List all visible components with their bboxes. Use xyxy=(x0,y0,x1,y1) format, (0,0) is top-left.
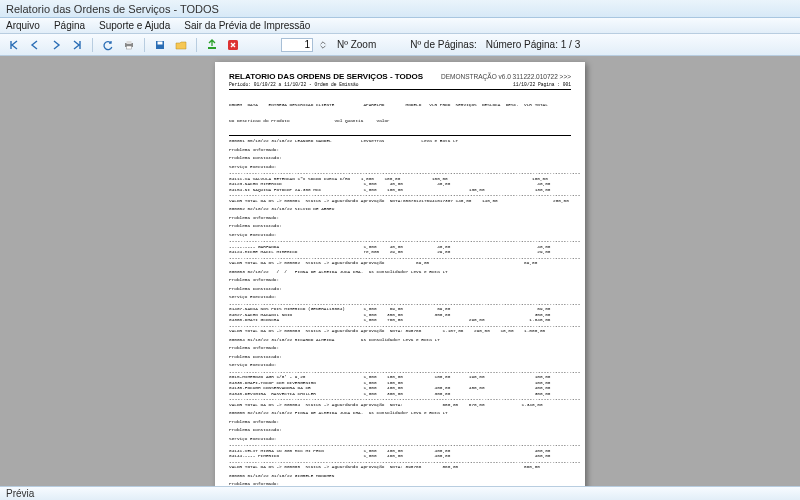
report-page: RELATORIO DAS ORDENS DE SERVIÇOS - TODOS… xyxy=(215,62,585,486)
label-problema-constatado: Problema Constatado: xyxy=(229,286,571,292)
menu-arquivo[interactable]: Arquivo xyxy=(6,20,40,31)
item-line: 0015-MIMEROZO AGR 1/8' - 9,20 1,000 180,… xyxy=(229,374,571,380)
toolbar-separator xyxy=(144,38,145,52)
svg-rect-1 xyxy=(127,41,132,44)
export-button[interactable] xyxy=(204,37,220,53)
toolbar-separator xyxy=(196,38,197,52)
label-problema-constatado: Problema Constatado: xyxy=(229,354,571,360)
status-text: Prévia xyxy=(6,488,34,499)
first-page-button[interactable] xyxy=(6,37,22,53)
save-button[interactable] xyxy=(152,37,168,53)
separator-line: ----------------------------------------… xyxy=(229,396,571,402)
svg-rect-5 xyxy=(208,47,216,49)
item-line: 01407-NADIA NOS POIS MIMERICO (GENERAL15… xyxy=(229,306,571,312)
item-line: 04135-FOCUGH CONSERVADORA DA CB 1,000 40… xyxy=(229,385,571,391)
order-header: 000005 02/10/22 31/10/22 FIONA DE ALMEID… xyxy=(229,410,571,416)
menubar: Arquivo Página Suporte e Ajuda Sair da P… xyxy=(0,18,800,34)
label-servico-executado: Serviço Executado: xyxy=(229,294,571,300)
print-button[interactable] xyxy=(121,37,137,53)
menu-sair[interactable]: Sair da Prévia de Impressão xyxy=(184,20,310,31)
menu-pagina[interactable]: Página xyxy=(54,20,85,31)
svg-rect-4 xyxy=(158,41,163,44)
label-servico-executado: Serviço Executado: xyxy=(229,436,571,442)
window-titlebar: Relatorio das Ordens de Serviços - TODOS xyxy=(0,0,800,18)
report-columns: ORDEM DATA ENTREGA DESCRICAO CLIENTE APA… xyxy=(229,91,571,137)
label-servico-executado: Serviço Executado: xyxy=(229,362,571,368)
separator-line: ----------------------------------------… xyxy=(229,238,571,244)
separator-line: ----------------------------------------… xyxy=(229,442,571,448)
order-total: VALOR TOTAL DA OS -> 000003 Status -> Ag… xyxy=(229,328,571,334)
order-header: 000001 05/10/22 31/10/22 LEANDRO NADDEL … xyxy=(229,138,571,144)
label-servico-executado: Serviço Executado: xyxy=(229,164,571,170)
order-total: VALOR TOTAL DA OS -> 000002 Status -> Ag… xyxy=(229,260,571,266)
page-indicator: Número Página: 1 / 3 xyxy=(486,39,581,50)
menu-suporte[interactable]: Suporte e Ajuda xyxy=(99,20,170,31)
report-demo: DEMONSTRAÇÃO v6.0 311222.010722 >>> xyxy=(441,73,571,81)
page-number-input[interactable] xyxy=(281,38,313,52)
order-header: 000003 02/10/22 / / FIONA DE ALMEIDA JUC… xyxy=(229,269,571,275)
page-stepper[interactable] xyxy=(318,37,328,53)
preview-viewport: RELATORIO DAS ORDENS DE SERVIÇOS - TODOS… xyxy=(0,56,800,486)
prev-page-button[interactable] xyxy=(27,37,43,53)
separator-line: ----------------------------------------… xyxy=(229,192,571,198)
item-line: 04144----- PIMERICO 1,000 460,00 460,00 … xyxy=(229,453,571,459)
item-line: 04380-OMATI GCONCHA 1,000 768,86 290,00 … xyxy=(229,317,571,323)
pages-label: Nº de Páginas: xyxy=(410,39,476,50)
zoom-label: Nº Zoom xyxy=(337,39,376,50)
open-button[interactable] xyxy=(173,37,189,53)
statusbar: Prévia xyxy=(0,486,800,500)
label-problema-constatado: Problema Constatado: xyxy=(229,223,571,229)
next-page-button[interactable] xyxy=(48,37,64,53)
window-title: Relatorio das Ordens de Serviços - TODOS xyxy=(6,3,219,15)
item-line: 04123-NACHO MIMERICO 1,000 40,00 40,00 4… xyxy=(229,181,571,187)
report-date-page: 11/10/22 Pagina : 001 xyxy=(513,82,571,88)
item-line: 04124-MICHE MACIL MIMERICO re,000 29,00 … xyxy=(229,249,571,255)
separator-line: ----------------------------------------… xyxy=(229,170,571,176)
label-servico-executado: Serviço Executado: xyxy=(229,232,571,238)
order-header: 000006 01/10/22 31/10/22 GIGRELE MONOMEN xyxy=(229,473,571,479)
refresh-button[interactable] xyxy=(100,37,116,53)
label-problema-constatado: Problema Constatado: xyxy=(229,155,571,161)
label-problema-informado: Problema Informado: xyxy=(229,345,571,351)
svg-rect-2 xyxy=(127,46,132,49)
label-problema-informado: Problema Informado: xyxy=(229,147,571,153)
order-total: VALOR TOTAL DA OS -> 000001 Status -> Ag… xyxy=(229,198,571,204)
report-body: 000001 05/10/22 31/10/22 LEANDRO NADDEL … xyxy=(229,138,571,486)
order-total: VALOR TOTAL DA OS -> 000004 Status -> Ag… xyxy=(229,402,571,408)
label-problema-informado: Problema Informado: xyxy=(229,277,571,283)
toolbar-separator xyxy=(92,38,93,52)
toolbar: Nº Zoom Nº de Páginas: Número Página: 1 … xyxy=(0,34,800,56)
label-problema-informado: Problema Informado: xyxy=(229,215,571,221)
report-title: RELATORIO DAS ORDENS DE SERVIÇOS - TODOS xyxy=(229,72,423,82)
order-header: 000002 02/10/22 31/10/22 SILVIO DE ABREU xyxy=(229,206,571,212)
order-total: VALOR TOTAL DA OS -> 000005 Status -> Ag… xyxy=(229,464,571,470)
close-preview-button[interactable] xyxy=(225,37,241,53)
report-period: Periodo: 01/10/22 a 11/10/22 - Ordem de … xyxy=(229,82,359,88)
last-page-button[interactable] xyxy=(69,37,85,53)
order-header: 000004 01/10/22 31/10/22 RICARDO ALMEIDA… xyxy=(229,337,571,343)
label-problema-informado: Problema Informado: xyxy=(229,419,571,425)
label-problema-constatado: Problema Constatado: xyxy=(229,427,571,433)
